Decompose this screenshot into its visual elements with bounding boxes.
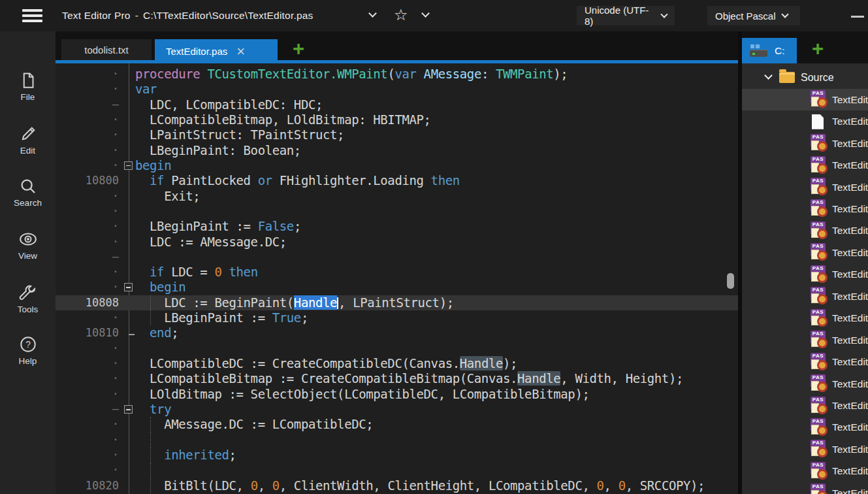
file-row[interactable]: PASTextEditor bbox=[742, 220, 868, 242]
code-line[interactable]: · bbox=[56, 341, 738, 356]
tab-drive-c[interactable]: C: bbox=[742, 38, 797, 63]
minimize-button[interactable] bbox=[851, 16, 864, 18]
file-row[interactable]: PASTextEditor bbox=[742, 329, 868, 351]
code-line[interactable]: 10810 end; bbox=[56, 325, 738, 340]
folder-icon bbox=[779, 72, 795, 83]
file-row[interactable]: PASTextEditor bbox=[742, 482, 868, 494]
line-number: 10800 bbox=[56, 173, 119, 188]
fold-collapse-icon[interactable] bbox=[124, 405, 133, 414]
file-row[interactable]: PASTextEditor bbox=[742, 373, 868, 395]
code-text: LDC := BeginPaint(Handle, LPaintStruct); bbox=[135, 295, 454, 310]
code-editor[interactable]: ·procedure TCustomTextEditor.WMPaint(var… bbox=[56, 63, 738, 494]
code-line[interactable]: · LPaintStruct: TPaintStruct; bbox=[56, 127, 738, 142]
line-marker: · bbox=[56, 158, 119, 173]
file-row[interactable]: PASTextEditor bbox=[742, 438, 868, 460]
line-marker: · bbox=[56, 433, 119, 448]
code-line[interactable]: · bbox=[56, 463, 738, 478]
code-line[interactable]: · LCompatibleBitmap, LOldBitmap: HBITMAP… bbox=[56, 112, 738, 127]
file-row[interactable]: PASTextEditor bbox=[742, 308, 868, 329]
file-row-selected[interactable]: PASTextEditor bbox=[742, 89, 868, 110]
drive-tab-label: C: bbox=[775, 45, 785, 57]
close-tab-icon[interactable]: × bbox=[236, 45, 245, 58]
file-name: TextEditor bbox=[832, 269, 868, 280]
word-occurrence-highlight: Handle bbox=[517, 371, 560, 386]
file-name: TextEditor bbox=[832, 356, 868, 368]
code-line[interactable]: · bbox=[56, 204, 738, 219]
file-name: TextEditor bbox=[832, 116, 868, 127]
line-marker: – bbox=[56, 402, 119, 417]
pascal-file-icon: PAS bbox=[810, 397, 828, 416]
file-row[interactable]: PASTextEditor bbox=[742, 242, 868, 263]
file-row[interactable]: PASTextEditor bbox=[742, 286, 868, 307]
encoding-select[interactable]: Unicode (UTF-8) bbox=[577, 6, 675, 25]
code-text: LBeginPaint := False; bbox=[135, 219, 301, 234]
file-row[interactable]: PASTextEditor bbox=[742, 417, 868, 438]
sidebar-item-edit[interactable]: Edit bbox=[0, 124, 56, 156]
file-name: TextEditor bbox=[832, 182, 868, 193]
sidebar-item-search[interactable]: Search bbox=[0, 176, 56, 208]
tab-todolist[interactable]: todolist.txt bbox=[61, 39, 152, 60]
code-line[interactable]: · LCompatibleBitmap := CreateCompatibleB… bbox=[56, 371, 738, 386]
file-row[interactable]: PASTextEditor bbox=[742, 154, 868, 176]
tree-folder-source[interactable]: Source bbox=[742, 67, 868, 88]
line-marker: · bbox=[56, 189, 119, 204]
code-line[interactable]: · if LDC = 0 then bbox=[56, 265, 738, 280]
code-line[interactable]: 10800 if PaintLocked or FHighlighter.Loa… bbox=[56, 173, 738, 188]
favorites-dropdown-icon[interactable] bbox=[421, 9, 430, 18]
code-line[interactable]: · Exit; bbox=[56, 189, 738, 204]
file-row[interactable]: PASTextEditor bbox=[742, 351, 868, 372]
pascal-file-icon: PAS bbox=[810, 178, 828, 197]
svg-text:?: ? bbox=[25, 340, 31, 350]
code-line[interactable]: · LBeginPaint: Boolean; bbox=[56, 143, 738, 158]
code-line[interactable]: · LDC := AMessage.DC; bbox=[56, 235, 738, 250]
code-text: begin bbox=[135, 158, 171, 173]
line-marker: · bbox=[56, 143, 119, 158]
explorer-new-tab-button[interactable]: + bbox=[808, 40, 828, 59]
favorite-star-icon[interactable]: ☆ bbox=[394, 6, 408, 24]
sidebar-item-label: Search bbox=[0, 198, 56, 208]
file-row[interactable]: PASTextEditor bbox=[742, 461, 868, 482]
new-tab-button[interactable]: + bbox=[289, 40, 308, 59]
code-line[interactable]: · begin bbox=[56, 280, 738, 295]
sidebar-item-tools[interactable]: Tools bbox=[0, 283, 56, 314]
file-row[interactable]: PASTextEditor bbox=[742, 264, 868, 286]
sidebar-item-view[interactable]: View bbox=[0, 229, 56, 261]
sidebar-item-label: Edit bbox=[0, 146, 56, 156]
file-name: TextEditor bbox=[832, 487, 868, 494]
app-window: Text Editor Pro - C:\TTextEditor\Source\… bbox=[0, 0, 868, 494]
code-line[interactable]: 10820 BitBlt(LDC, 0, 0, ClientWidth, Cli… bbox=[56, 478, 738, 493]
fold-collapse-icon[interactable] bbox=[124, 283, 133, 291]
code-line[interactable]: ·var bbox=[56, 82, 738, 97]
code-line[interactable]: · LOldBitmap := SelectObject(LCompatible… bbox=[56, 387, 738, 402]
line-marker: · bbox=[56, 219, 119, 234]
code-text: Exit; bbox=[135, 189, 200, 204]
line-marker: · bbox=[56, 463, 119, 478]
code-line[interactable]: · bbox=[56, 433, 738, 448]
code-line[interactable]: – LDC, LCompatibleDC: HDC; bbox=[56, 97, 738, 112]
file-row[interactable]: TextEditor bbox=[742, 110, 868, 132]
code-text: procedure TCustomTextEditor.WMPaint(var … bbox=[135, 67, 568, 82]
file-row[interactable]: PASTextEditor bbox=[742, 133, 868, 154]
code-line-current[interactable]: 10808 LDC := BeginPaint(Handle, LPaintSt… bbox=[56, 295, 738, 310]
file-row[interactable]: PASTextEditor bbox=[742, 198, 868, 220]
chevron-down-icon bbox=[764, 71, 773, 80]
code-line[interactable]: – try bbox=[56, 402, 738, 417]
file-row[interactable]: PASTextEditor bbox=[742, 395, 868, 416]
code-line[interactable]: · inherited; bbox=[56, 448, 738, 463]
pascal-file-icon: PAS bbox=[810, 331, 828, 350]
code-line[interactable]: · LBeginPaint := True; bbox=[56, 310, 738, 325]
sidebar-item-help[interactable]: ?Help bbox=[0, 335, 56, 366]
file-path-dropdown-icon[interactable] bbox=[368, 9, 377, 18]
code-line[interactable]: · LCompatibleDC := CreateCompatibleDC(Ca… bbox=[56, 356, 738, 371]
fold-collapse-icon[interactable] bbox=[124, 161, 133, 170]
file-row[interactable]: PASTextEditor bbox=[742, 176, 868, 198]
code-line[interactable]: · AMessage.DC := LCompatibleDC; bbox=[56, 417, 738, 432]
sidebar-item-file[interactable]: File bbox=[0, 71, 56, 102]
code-line[interactable]: – bbox=[56, 250, 738, 265]
file-name: TextEditor bbox=[832, 225, 868, 237]
code-line[interactable]: ·begin bbox=[56, 158, 738, 173]
language-select[interactable]: Object Pascal bbox=[707, 6, 800, 25]
code-line[interactable]: ·procedure TCustomTextEditor.WMPaint(var… bbox=[56, 67, 738, 82]
code-line[interactable]: · LBeginPaint := False; bbox=[56, 219, 738, 234]
hamburger-menu-icon[interactable] bbox=[22, 9, 42, 23]
